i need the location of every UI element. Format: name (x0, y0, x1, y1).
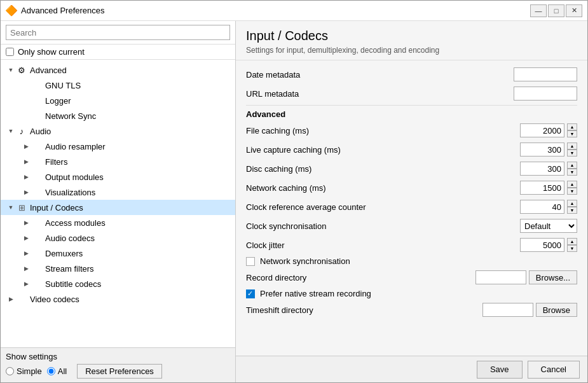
file-caching-up[interactable]: ▲ (567, 123, 577, 130)
prefer-native-row: Prefer native stream recording (246, 289, 577, 298)
tree-item-stream-filters[interactable]: ▶ Stream filters (1, 261, 235, 276)
tree-item-output-modules[interactable]: ▶ Output modules (1, 169, 235, 185)
tree-label-visualizations: Visualizations (45, 188, 230, 197)
tree-item-logger[interactable]: ▶ Logger (1, 93, 235, 108)
only-show-current-row: Only show current (1, 45, 235, 60)
tree-item-audio-resampler[interactable]: ▶ Audio resampler (1, 139, 235, 154)
timeshift-input[interactable] (482, 303, 533, 317)
search-box (1, 21, 235, 45)
file-caching-input[interactable]: 2000 (520, 123, 564, 137)
expand-arrow-audio: ▼ (6, 126, 16, 136)
expand-arrow-access-modules: ▶ (21, 218, 31, 228)
only-show-current-label[interactable]: Only show current (18, 47, 85, 57)
tree-item-demuxers[interactable]: ▶ Demuxers (1, 246, 235, 261)
tree-label-audio: Audio (30, 127, 230, 136)
panel-subtitle: Settings for input, demultiplexing, deco… (246, 46, 577, 55)
simple-radio[interactable] (6, 367, 14, 375)
clock-ref-input[interactable]: 40 (520, 200, 564, 214)
record-dir-row: Record directory Browse... (246, 270, 577, 285)
all-radio[interactable] (47, 367, 55, 375)
search-input[interactable] (6, 25, 230, 40)
clock-sync-label: Clock synchronisation (246, 221, 520, 231)
expand-arrow-advanced: ▼ (6, 65, 16, 75)
expand-arrow-visualizations: ▶ (21, 187, 31, 197)
disc-caching-up[interactable]: ▲ (567, 162, 577, 169)
clock-jitter-input[interactable]: 5000 (520, 238, 564, 252)
network-sync-icon (31, 110, 43, 122)
panel-header: Input / Codecs Settings for input, demul… (236, 21, 587, 60)
clock-ref-up[interactable]: ▲ (567, 200, 577, 207)
tree-label-logger: Logger (45, 96, 230, 106)
subtitle-codecs-icon (31, 278, 43, 289)
all-option[interactable]: All (47, 366, 67, 376)
tree-label-advanced: Advanced (30, 66, 230, 75)
save-button[interactable]: Save (477, 361, 523, 379)
tree-item-gnu-tls[interactable]: ▶ GNU TLS (1, 78, 235, 93)
network-caching-spinners: ▲ ▼ (567, 181, 577, 195)
tree-item-audio-codecs[interactable]: ▶ Audio codecs (1, 230, 235, 246)
tree-item-network-sync[interactable]: ▶ Network Sync (1, 108, 235, 123)
visualizations-icon (31, 186, 43, 198)
tree-item-filters[interactable]: ▶ Filters (1, 154, 235, 169)
record-dir-input[interactable] (475, 270, 526, 284)
prefer-native-label[interactable]: Prefer native stream recording (260, 289, 371, 298)
disc-caching-down[interactable]: ▼ (567, 169, 577, 176)
tree-item-visualizations[interactable]: ▶ Visualizations (1, 185, 235, 200)
record-dir-control: Browse... (475, 270, 577, 284)
main-panel: Input / Codecs Settings for input, demul… (236, 21, 587, 382)
video-codecs-icon (16, 293, 27, 305)
network-caching-input[interactable]: 1500 (520, 181, 564, 195)
close-button[interactable]: ✕ (566, 4, 582, 17)
timeshift-browse-button[interactable]: Browse (536, 303, 577, 317)
clock-jitter-down[interactable]: ▼ (567, 245, 577, 252)
only-show-current-checkbox[interactable] (6, 48, 14, 56)
tree-item-video-codecs[interactable]: ▶ Video codecs (1, 291, 235, 307)
file-caching-down[interactable]: ▼ (567, 130, 577, 137)
sidebar: Only show current ▼ ⚙ Advanced ▶ GNU TLS… (1, 21, 236, 382)
network-caching-label: Network caching (ms) (246, 183, 520, 193)
tree-item-input-codecs[interactable]: ▼ ⊞ Input / Codecs (1, 200, 235, 215)
all-label[interactable]: All (58, 366, 67, 376)
network-sync-label[interactable]: Network synchronisation (260, 256, 350, 266)
disc-caching-input[interactable]: 300 (520, 162, 564, 176)
record-dir-browse-button[interactable]: Browse... (529, 270, 577, 284)
date-metadata-input[interactable] (514, 67, 577, 81)
reset-preferences-button[interactable]: Reset Preferences (77, 364, 162, 379)
simple-label[interactable]: Simple (17, 366, 42, 376)
tree-label-access-modules: Access modules (45, 218, 230, 228)
stream-filters-icon (31, 263, 43, 274)
tree-label-input-codecs: Input / Codecs (30, 203, 230, 212)
file-caching-control: 2000 ▲ ▼ (520, 123, 577, 137)
clock-jitter-up[interactable]: ▲ (567, 238, 577, 245)
network-caching-up[interactable]: ▲ (567, 181, 577, 188)
url-metadata-input[interactable] (514, 87, 577, 101)
live-capture-row: Live capture caching (ms) 300 ▲ ▼ (246, 142, 577, 157)
minimize-button[interactable]: — (530, 4, 547, 17)
network-caching-down[interactable]: ▼ (567, 188, 577, 195)
clock-sync-select[interactable]: Default Low Medium High (520, 219, 577, 233)
tree-item-audio[interactable]: ▼ ♪ Audio (1, 123, 235, 139)
window-footer: Save Cancel (236, 356, 587, 382)
tree-item-advanced[interactable]: ▼ ⚙ Advanced (1, 62, 235, 78)
simple-option[interactable]: Simple (6, 366, 42, 376)
cancel-button[interactable]: Cancel (528, 361, 580, 379)
live-capture-down[interactable]: ▼ (567, 150, 577, 157)
live-capture-up[interactable]: ▲ (567, 143, 577, 150)
tree-item-access-modules[interactable]: ▶ Access modules (1, 215, 235, 230)
divider-1 (246, 105, 577, 106)
tree-view: ▼ ⚙ Advanced ▶ GNU TLS ▶ Logger ▶ (1, 60, 235, 347)
audio-codecs-icon (31, 232, 43, 244)
maximize-button[interactable]: □ (548, 4, 564, 17)
timeshift-control: Browse (482, 303, 577, 317)
date-metadata-control (514, 67, 577, 81)
settings-options: Simple All Reset Preferences (6, 364, 230, 379)
live-capture-input[interactable]: 300 (520, 143, 564, 157)
network-caching-control: 1500 ▲ ▼ (520, 181, 577, 195)
network-sync-checkbox[interactable] (246, 257, 255, 266)
clock-ref-label: Clock reference average counter (246, 202, 520, 212)
prefer-native-checkbox[interactable] (246, 289, 255, 298)
file-caching-row: File caching (ms) 2000 ▲ ▼ (246, 123, 577, 138)
tree-item-subtitle-codecs[interactable]: ▶ Subtitle codecs (1, 276, 235, 291)
clock-ref-row: Clock reference average counter 40 ▲ ▼ (246, 199, 577, 214)
clock-ref-down[interactable]: ▼ (567, 207, 577, 214)
